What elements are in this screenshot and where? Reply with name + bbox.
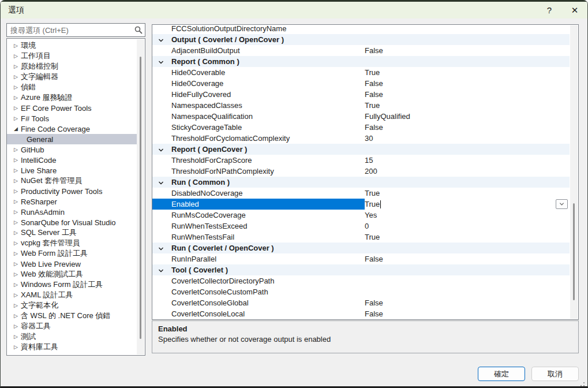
chevron-down-icon[interactable] [158, 267, 164, 275]
property-value[interactable]: False [365, 308, 570, 319]
expander-collapsed-icon[interactable]: ▷ [13, 188, 19, 194]
search-input[interactable] [7, 26, 132, 35]
expander-collapsed-icon[interactable]: ▷ [13, 323, 19, 329]
combo-dropdown-button[interactable] [556, 199, 568, 209]
expander-collapsed-icon[interactable]: ▷ [13, 209, 19, 215]
grid-row[interactable]: CoverletConsoleLocalFalse [152, 308, 570, 319]
grid-row[interactable]: RunMsCodeCoverageYes [152, 210, 570, 221]
property-value[interactable]: True [365, 199, 570, 210]
property-name[interactable]: DisabledNoCoverage [152, 188, 365, 199]
grid-category-row[interactable]: Run ( Coverlet / OpenCover ) [152, 242, 570, 253]
expander-collapsed-icon[interactable]: ▷ [13, 219, 19, 225]
expander-collapsed-icon[interactable]: ▷ [13, 147, 19, 152]
property-name[interactable]: ThresholdForNPathComplexity [152, 166, 365, 177]
property-value[interactable] [365, 286, 570, 297]
grid-row[interactable]: RunInParallelFalse [152, 253, 570, 264]
expander-collapsed-icon[interactable]: ▷ [13, 178, 19, 184]
ok-button[interactable]: 確定 [478, 367, 525, 381]
tree-item[interactable]: ▷偵錯 [7, 82, 137, 92]
tree-item[interactable]: ▷XAML 設計工具 [7, 290, 137, 300]
grid-row[interactable]: HideFullyCoveredFalse [152, 89, 570, 100]
expander-collapsed-icon[interactable]: ▷ [13, 74, 19, 80]
tree-item[interactable]: ▷IntelliCode [7, 155, 137, 165]
grid-row[interactable]: CoverletConsoleCustomPath [152, 286, 570, 297]
grid-row[interactable]: AdjacentBuildOutputFalse [152, 45, 570, 56]
property-value[interactable]: 30 [365, 133, 570, 144]
expander-collapsed-icon[interactable]: ▷ [13, 115, 19, 121]
expander-collapsed-icon[interactable]: ▷ [13, 271, 19, 277]
chevron-down-icon[interactable] [158, 146, 164, 155]
tree-item[interactable]: General [7, 134, 137, 144]
property-name[interactable]: RunInParallel [152, 253, 365, 264]
grid-row[interactable]: StickyCoverageTableFalse [152, 122, 570, 133]
property-value[interactable]: False [365, 297, 570, 308]
expander-collapsed-icon[interactable]: ▷ [13, 344, 19, 350]
property-name[interactable]: NamespaceQualification [152, 111, 365, 122]
property-name[interactable]: CoverletConsoleLocal [152, 308, 365, 319]
property-value[interactable]: 0 [365, 221, 570, 232]
grid-category-row[interactable]: Output ( Coverlet / OpenCover ) [152, 34, 570, 45]
property-value[interactable]: False [365, 89, 570, 100]
tree-item[interactable]: ▷SonarQube for Visual Studio [7, 217, 137, 227]
tree-item[interactable]: ◢Fine Code Coverage [7, 124, 137, 134]
tree-scrollbar-thumb[interactable] [140, 57, 141, 339]
property-value[interactable]: Yes [365, 210, 570, 221]
grid-category-row[interactable]: Report ( Common ) [152, 56, 570, 67]
expander-collapsed-icon[interactable]: ▷ [13, 64, 19, 69]
property-name[interactable]: RunWhenTestsFail [152, 232, 365, 242]
expander-collapsed-icon[interactable]: ▷ [13, 157, 19, 163]
resize-grip-icon[interactable] [583, 382, 585, 383]
tree-item[interactable]: ▷F# Tools [7, 113, 137, 124]
tree-item[interactable]: ▷含 WSL 的 .NET Core 偵錯 [7, 311, 137, 321]
expander-collapsed-icon[interactable]: ▷ [13, 261, 19, 267]
property-name[interactable]: CoverletConsoleGlobal [152, 297, 365, 308]
tree-item[interactable]: ▷容器工具 [7, 321, 137, 331]
expander-collapsed-icon[interactable]: ▷ [13, 53, 19, 59]
property-value[interactable] [365, 24, 570, 34]
tree-item[interactable]: ▷EF Core Power Tools [7, 103, 137, 113]
grid-row[interactable]: ThresholdForCrapScore15 [152, 155, 570, 166]
grid-category-row[interactable]: Report ( OpenCover ) [152, 144, 570, 155]
property-value[interactable]: False [365, 122, 570, 133]
property-name[interactable]: Hide0Coverable [152, 67, 365, 78]
grid-row[interactable]: FCCSolutionOutputDirectoryName [152, 24, 570, 34]
property-value[interactable]: FullyQualified [365, 111, 570, 122]
grid-row[interactable]: CoverletConsoleGlobalFalse [152, 297, 570, 308]
tree-item[interactable]: ▷Productivity Power Tools [7, 186, 137, 196]
grid-row[interactable]: ThresholdForCyclomaticComplexity30 [152, 133, 570, 144]
tree-item[interactable]: ▷原始檔控制 [7, 61, 137, 72]
tree-item[interactable]: ▷Web Live Preview [7, 259, 137, 269]
property-value[interactable]: False [365, 78, 570, 89]
expander-collapsed-icon[interactable]: ▷ [13, 230, 19, 236]
property-value[interactable] [365, 275, 570, 286]
property-name[interactable]: Enabled [152, 199, 365, 210]
expander-collapsed-icon[interactable]: ▷ [13, 199, 19, 204]
close-button[interactable]: ✕ [562, 2, 587, 18]
tree-item[interactable]: ▷GitHub [7, 144, 137, 155]
property-name[interactable]: NamespacedClasses [152, 100, 365, 111]
expander-collapsed-icon[interactable]: ▷ [13, 167, 19, 173]
tree-item[interactable]: ▷SQL Server 工具 [7, 227, 137, 238]
tree-item[interactable]: ▷資料庫工具 [7, 342, 137, 352]
property-value[interactable]: 15 [365, 155, 570, 166]
tree-item[interactable]: ▷文字編輯器 [7, 72, 137, 82]
expander-collapsed-icon[interactable]: ▷ [13, 282, 19, 288]
property-name[interactable]: CoverletCollectorDirectoryPath [152, 275, 365, 286]
tree-item[interactable]: ▷NuGet 套件管理員 [7, 176, 137, 186]
tree-item[interactable]: ▷Live Share [7, 165, 137, 176]
grid-row[interactable]: NamespaceQualificationFullyQualified [152, 111, 570, 122]
tree-item[interactable]: ▷環境 [7, 40, 137, 51]
tree-item[interactable]: ▷Windows Form 設計工具 [7, 279, 137, 290]
property-name[interactable]: Hide0Coverage [152, 78, 365, 89]
tree-item[interactable]: ▷vcpkg 套件管理員 [7, 238, 137, 248]
expander-collapsed-icon[interactable]: ▷ [13, 105, 19, 111]
chevron-down-icon[interactable] [158, 36, 164, 45]
property-value[interactable]: 200 [365, 166, 570, 177]
property-name[interactable]: StickyCoverageTable [152, 122, 365, 133]
property-value[interactable]: True [365, 188, 570, 199]
grid-row[interactable]: Hide0CoverableTrue [152, 67, 570, 78]
help-button[interactable]: ? [537, 2, 562, 18]
property-name[interactable]: CoverletConsoleCustomPath [152, 286, 365, 297]
property-name[interactable]: RunWhenTestsExceed [152, 221, 365, 232]
chevron-down-icon[interactable] [158, 58, 164, 67]
